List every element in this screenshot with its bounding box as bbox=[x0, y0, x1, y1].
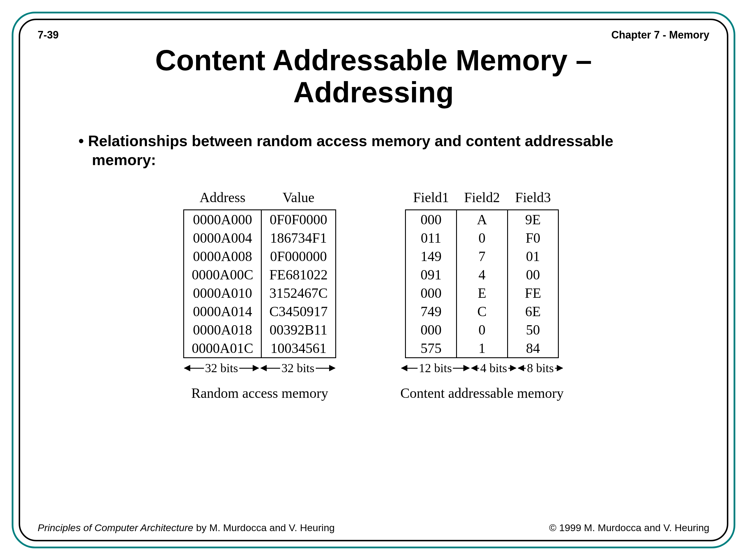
book-title: Principles of Computer Architecture bbox=[37, 522, 194, 533]
ram-block: Address Value 0000A0000F0F0000 0000A0041… bbox=[183, 187, 336, 401]
cam-f2-cell: E bbox=[457, 284, 508, 302]
title-line-2: Addressing bbox=[37, 76, 710, 108]
ram-addr-cell: 0000A018 bbox=[184, 321, 261, 339]
table-row: 0000A01C10034561 bbox=[184, 339, 336, 358]
table-row: 0000A01800392B11 bbox=[184, 321, 336, 339]
cam-f2-cell: C bbox=[457, 302, 508, 321]
cam-f2-cell: A bbox=[457, 210, 508, 229]
bits-label: 8 bits bbox=[527, 361, 554, 375]
ram-addr-cell: 0000A008 bbox=[184, 247, 261, 265]
ram-val-cell: FE681022 bbox=[261, 265, 336, 284]
ram-addr-cell: 0000A014 bbox=[184, 302, 261, 321]
ram-val-cell: 0F000000 bbox=[261, 247, 336, 265]
bullet-point: Relationships between random access memo… bbox=[78, 132, 662, 169]
cam-f1-cell: 000 bbox=[406, 284, 457, 302]
cam-f2-cell: 1 bbox=[457, 339, 508, 358]
page-number: 7-39 bbox=[37, 29, 59, 41]
bits-label: 12 bits bbox=[419, 361, 452, 375]
cam-f1-cell: 011 bbox=[406, 229, 457, 247]
cam-f2-cell: 0 bbox=[457, 229, 508, 247]
cam-table: Field1 Field2 Field3 000A9E 0110F0 14970… bbox=[405, 187, 559, 358]
cam-f3-cell: 6E bbox=[508, 302, 559, 321]
ram-val-cell: C3450917 bbox=[261, 302, 336, 321]
table-row: 000EFE bbox=[406, 284, 559, 302]
table-row: 0000A0080F000000 bbox=[184, 247, 336, 265]
ram-bits-value: 32 bits bbox=[260, 360, 336, 376]
ram-val-cell: 0F0F0000 bbox=[261, 210, 336, 229]
cam-f3-cell: FE bbox=[508, 284, 559, 302]
ram-addr-cell: 0000A00C bbox=[184, 265, 261, 284]
book-authors: by M. Murdocca and V. Heuring bbox=[194, 522, 335, 533]
tables-container: Address Value 0000A0000F0F0000 0000A0041… bbox=[37, 187, 710, 401]
table-row: 149701 bbox=[406, 247, 559, 265]
cam-bits-field2: 4 bits bbox=[470, 360, 517, 376]
cam-f1-cell: 000 bbox=[406, 210, 457, 229]
cam-header-field3: Field3 bbox=[508, 187, 559, 210]
table-row: 575184 bbox=[406, 339, 559, 358]
cam-block: Field1 Field2 Field3 000A9E 0110F0 14970… bbox=[400, 187, 564, 401]
table-row: 0000A00CFE681022 bbox=[184, 265, 336, 284]
ram-caption: Random access memory bbox=[191, 385, 328, 401]
table-row: 0000A0000F0F0000 bbox=[184, 210, 336, 229]
ram-val-cell: 00392B11 bbox=[261, 321, 336, 339]
cam-f1-cell: 149 bbox=[406, 247, 457, 265]
cam-f1-cell: 575 bbox=[406, 339, 457, 358]
ram-addr-cell: 0000A010 bbox=[184, 284, 261, 302]
cam-header-row: Field1 Field2 Field3 bbox=[406, 187, 559, 210]
bits-label: 32 bits bbox=[205, 361, 238, 375]
slide-title: Content Addressable Memory – Addressing bbox=[37, 44, 710, 108]
cam-f3-cell: 01 bbox=[508, 247, 559, 265]
ram-addr-cell: 0000A004 bbox=[184, 229, 261, 247]
cam-bits-field1: 12 bits bbox=[400, 360, 470, 376]
ram-addr-cell: 0000A000 bbox=[184, 210, 261, 229]
slide-inner-border: 7-39 Chapter 7 - Memory Content Addressa… bbox=[19, 19, 728, 541]
cam-header-field1: Field1 bbox=[406, 187, 457, 210]
title-line-1: Content Addressable Memory – bbox=[37, 44, 710, 76]
cam-f3-cell: 9E bbox=[508, 210, 559, 229]
bits-label: 32 bits bbox=[281, 361, 314, 375]
cam-f2-cell: 7 bbox=[457, 247, 508, 265]
cam-f2-cell: 0 bbox=[457, 321, 508, 339]
cam-header-field2: Field2 bbox=[457, 187, 508, 210]
cam-f2-cell: 4 bbox=[457, 265, 508, 284]
ram-header-value: Value bbox=[261, 187, 336, 210]
footer-row: Principles of Computer Architecture by M… bbox=[37, 522, 710, 533]
ram-val-cell: 186734F1 bbox=[261, 229, 336, 247]
cam-f3-cell: F0 bbox=[508, 229, 559, 247]
footer-copyright: © 1999 M. Murdocca and V. Heuring bbox=[549, 522, 710, 533]
slide-outer-border: 7-39 Chapter 7 - Memory Content Addressa… bbox=[12, 12, 735, 548]
table-row: 0110F0 bbox=[406, 229, 559, 247]
cam-f3-cell: 50 bbox=[508, 321, 559, 339]
header-row: 7-39 Chapter 7 - Memory bbox=[37, 29, 710, 41]
ram-table: Address Value 0000A0000F0F0000 0000A0041… bbox=[183, 187, 336, 358]
bits-label: 4 bits bbox=[480, 361, 507, 375]
table-row: 000A9E bbox=[406, 210, 559, 229]
ram-header-row: Address Value bbox=[184, 187, 336, 210]
ram-bits-row: 32 bits 32 bits bbox=[183, 360, 336, 376]
table-row: 749C6E bbox=[406, 302, 559, 321]
chapter-label: Chapter 7 - Memory bbox=[611, 29, 710, 41]
table-row: 000050 bbox=[406, 321, 559, 339]
ram-bits-address: 32 bits bbox=[183, 360, 260, 376]
table-row: 0000A0103152467C bbox=[184, 284, 336, 302]
cam-caption: Content addressable memory bbox=[400, 385, 564, 401]
cam-f3-cell: 84 bbox=[508, 339, 559, 358]
cam-bits-field3: 8 bits bbox=[517, 360, 564, 376]
cam-bits-row: 12 bits 4 bits 8 bits bbox=[400, 360, 564, 376]
cam-f1-cell: 000 bbox=[406, 321, 457, 339]
footer-book: Principles of Computer Architecture by M… bbox=[37, 522, 335, 533]
cam-f1-cell: 091 bbox=[406, 265, 457, 284]
table-row: 0000A004186734F1 bbox=[184, 229, 336, 247]
table-row: 0000A014C3450917 bbox=[184, 302, 336, 321]
cam-f1-cell: 749 bbox=[406, 302, 457, 321]
ram-val-cell: 10034561 bbox=[261, 339, 336, 358]
table-row: 091400 bbox=[406, 265, 559, 284]
cam-f3-cell: 00 bbox=[508, 265, 559, 284]
ram-header-address: Address bbox=[184, 187, 261, 210]
ram-val-cell: 3152467C bbox=[261, 284, 336, 302]
ram-addr-cell: 0000A01C bbox=[184, 339, 261, 358]
